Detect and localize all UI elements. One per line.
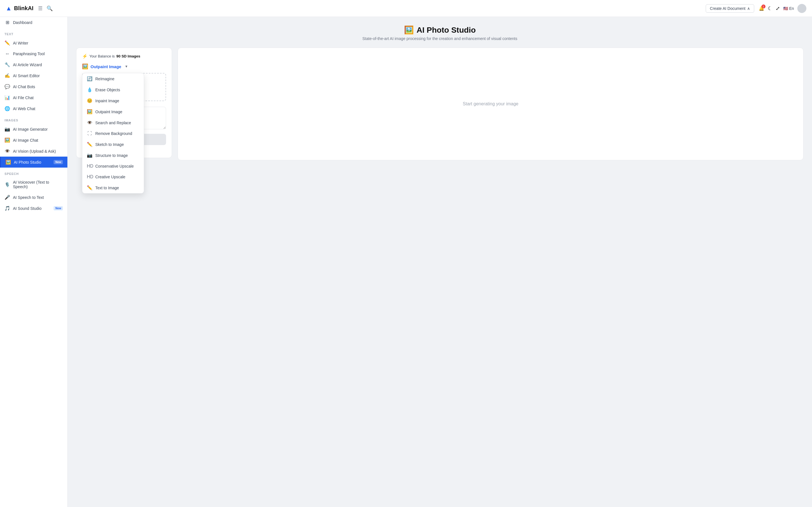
creative-upscale-label: Creative Upscale [95,175,125,179]
logo-icon: ▲ [6,5,12,12]
ai-writer-icon: ✏️ [4,40,10,46]
sidebar-item-ai-voiceover[interactable]: 🎙️AI Voiceover (Text to Speech) [0,177,67,192]
ai-image-chat-label: AI Image Chat [13,138,38,143]
ai-image-chat-icon: 🖼️ [4,137,10,143]
sidebar-item-ai-smart-editor[interactable]: ✍️AI Smart Editor [0,70,67,81]
right-panel: Start generating your image [177,48,804,160]
dropdown-menu: 🔄ReImagine💧Erase Objects😊Inpaint Image🖼️… [82,73,144,193]
sidebar-item-dashboard[interactable]: ⊞ Dashboard [0,17,67,28]
ai-voiceover-label: AI Voiceover (Text to Speech) [13,180,63,189]
avatar[interactable] [797,4,806,13]
outpaint-image-icon: 🖼️ [87,109,93,114]
tool-selector[interactable]: 🖼️ Outpaint Image ▼ [82,63,166,69]
reimagine-label: ReImagine [95,76,114,81]
dropdown-item-creative-upscale[interactable]: HDCreative Upscale [82,172,144,182]
logo-text: BlinkAI [14,5,34,11]
dark-mode-icon[interactable]: ☾ [768,5,772,11]
sidebar-item-ai-image-generator[interactable]: 📷AI Image Generator [0,124,67,135]
ai-article-wizard-label: AI Article Wizard [13,62,42,67]
reimagine-icon: 🔄 [87,76,93,81]
sidebar-item-ai-sound-studio[interactable]: 🎵AI Sound StudioNew [0,203,67,214]
conservative-upscale-label: Conservative Upscale [95,164,134,168]
search-icon[interactable]: 🔍 [47,5,53,11]
sidebar-item-paraphrasing-tool[interactable]: ↔️Paraphrasing Tool [0,48,67,59]
structure-to-image-icon: 📷 [87,153,93,158]
search-and-replace-icon: 👁️ [87,120,93,125]
ai-speech-to-text-label: AI Speech to Text [13,195,44,200]
ai-photo-studio-label: AI Photo Studio [14,160,41,165]
main-content: 🖼️ AI Photo Studio State-of-the-art AI i… [68,17,812,507]
dropdown-item-erase-objects[interactable]: 💧Erase Objects [82,84,144,95]
ai-photo-studio-badge: New [54,160,63,164]
dropdown-item-inpaint-image[interactable]: 😊Inpaint Image [82,95,144,106]
paraphrasing-tool-icon: ↔️ [4,51,10,56]
sidebar: ⊞ Dashboard TEXT✏️AI Writer↔️Paraphrasin… [0,17,68,507]
create-doc-button[interactable]: Create AI Document ∧ [706,4,754,13]
balance-value: 90 SD Images [116,54,140,58]
header-actions: 🔔 1 ☾ ⤢ 🇺🇸 En [759,4,806,13]
sidebar-item-ai-article-wizard[interactable]: 🔧AI Article Wizard [0,59,67,70]
ai-vision-icon: 👁️ [4,149,10,154]
dropdown-arrow-icon: ▼ [124,64,128,68]
sidebar-item-ai-file-chat[interactable]: 📊AI File Chat [0,92,67,103]
balance-bar: ⚡ Your Balance is 90 SD Images [82,54,166,59]
dropdown-item-text-to-image[interactable]: ✏️Text to Image [82,182,144,193]
balance-label: Your Balance is [89,54,115,58]
ai-speech-to-text-icon: 🎤 [4,194,10,200]
dropdown-item-structure-to-image[interactable]: 📷Structure to Image [82,150,144,161]
ai-file-chat-label: AI File Chat [13,96,34,100]
ai-voiceover-icon: 🎙️ [4,182,10,187]
sidebar-section-label-text: TEXT [0,28,67,38]
sidebar-item-ai-photo-studio[interactable]: 🖼️AI Photo StudioNew [0,157,67,168]
menu-icon[interactable]: ☰ [38,5,43,11]
sidebar-item-ai-chat-bots[interactable]: 💬AI Chat Bots [0,81,67,92]
ai-smart-editor-label: AI Smart Editor [13,73,40,78]
sidebar-item-ai-image-chat[interactable]: 🖼️AI Image Chat [0,135,67,146]
left-panel: ⚡ Your Balance is 90 SD Images 🖼️ Outpai… [76,48,172,158]
paraphrasing-tool-label: Paraphrasing Tool [13,52,45,56]
chevron-down-icon: ∧ [747,6,750,11]
ai-writer-label: AI Writer [13,41,28,45]
dropdown-item-outpaint-image[interactable]: 🖼️Outpaint Image [82,106,144,117]
sidebar-item-ai-speech-to-text[interactable]: 🎤AI Speech to Text [0,192,67,203]
sidebar-item-ai-writer[interactable]: ✏️AI Writer [0,38,67,48]
remove-background-label: Remove Background [95,131,132,136]
dropdown-item-remove-background[interactable]: ⛶Remove Background [82,128,144,139]
expand-icon[interactable]: ⤢ [776,5,780,11]
sidebar-item-ai-vision[interactable]: 👁️AI Vision (Upload & Ask) [0,146,67,157]
creative-upscale-icon: HD [87,174,93,179]
ai-web-chat-label: AI Web Chat [13,107,35,111]
page-title-icon: 🖼️ [404,25,414,35]
ai-chat-bots-icon: 💬 [4,84,10,89]
sidebar-section-label-speech: SPEECH [0,168,67,177]
page-header: 🖼️ AI Photo Studio State-of-the-art AI i… [76,25,804,41]
ai-smart-editor-icon: ✍️ [4,73,10,78]
dropdown-item-sketch-to-image[interactable]: ✏️Sketch to Image [82,139,144,150]
dropdown-item-search-and-replace[interactable]: 👁️Search and Replace [82,117,144,128]
sidebar-sections: TEXT✏️AI Writer↔️Paraphrasing Tool🔧AI Ar… [0,28,67,214]
dropdown-item-conservative-upscale[interactable]: HDConservative Upscale [82,161,144,172]
ai-chat-bots-label: AI Chat Bots [13,84,35,89]
erase-objects-icon: 💧 [87,87,93,93]
page-title-text: AI Photo Studio [417,25,476,35]
erase-objects-label: Erase Objects [95,88,120,92]
header: ▲ BlinkAI ☰ 🔍 Create AI Document ∧ 🔔 1 ☾… [0,0,812,17]
inpaint-image-icon: 😊 [87,98,93,103]
header-icons: ☰ 🔍 [38,5,53,11]
conservative-upscale-icon: HD [87,164,93,169]
sketch-to-image-label: Sketch to Image [95,142,124,147]
ai-photo-studio-icon: 🖼️ [5,159,11,165]
right-panel-placeholder: Start generating your image [463,101,518,107]
bolt-icon: ⚡ [82,54,88,59]
dropdown-item-reimagine[interactable]: 🔄ReImagine [82,73,144,84]
ai-article-wizard-icon: 🔧 [4,62,10,67]
notification-icon[interactable]: 🔔 1 [759,6,764,11]
page-title: 🖼️ AI Photo Studio [76,25,804,35]
sidebar-item-ai-web-chat[interactable]: 🌐AI Web Chat [0,103,67,114]
notification-badge: 1 [762,4,765,8]
content-row: ⚡ Your Balance is 90 SD Images 🖼️ Outpai… [76,48,804,160]
language-selector[interactable]: 🇺🇸 En [783,6,794,11]
remove-background-icon: ⛶ [87,131,93,136]
sidebar-section-label-images: IMAGES [0,114,67,124]
ai-image-generator-label: AI Image Generator [13,127,48,131]
